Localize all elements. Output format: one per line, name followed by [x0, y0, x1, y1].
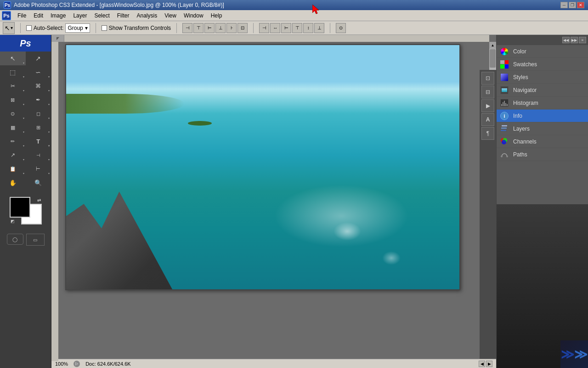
minimize-button[interactable]: ─ — [560, 2, 568, 8]
tool-row-1: ↖▾ ↗ — [0, 52, 51, 65]
info-icon: i — [499, 111, 509, 121]
tool-row-2: ⬚▾ ∽▾ — [0, 65, 51, 79]
right-panel: ◀◀ ▶▶ ≡ Color Swatches — [496, 35, 588, 368]
panel-item-layers[interactable]: Layers — [497, 122, 588, 135]
status-nav-group: ◀ ▶ — [479, 361, 492, 367]
foreground-color-swatch[interactable] — [10, 197, 30, 218]
panel-item-navigator[interactable]: Navigator — [497, 84, 588, 97]
clone-tool[interactable]: ✒▾ — [26, 93, 51, 107]
auto-select-checkbox[interactable] — [26, 25, 32, 31]
panel-item-paths[interactable]: Paths — [497, 148, 588, 161]
panel-expand-btn[interactable]: ▶▶ — [571, 37, 578, 43]
panel-item-histogram[interactable]: Histogram — [497, 97, 588, 109]
group-dropdown[interactable]: Group ▾ — [65, 23, 90, 33]
restore-button[interactable]: ❐ — [569, 2, 576, 8]
land-decoration — [66, 94, 184, 113]
pen-tool[interactable]: ✏▾ — [0, 134, 26, 148]
menu-layer[interactable]: Layer — [69, 12, 90, 20]
menu-analysis[interactable]: Analysis — [133, 12, 161, 20]
dodge-tool[interactable]: ⊞▾ — [26, 121, 51, 134]
mini-tool-4[interactable]: A — [481, 113, 494, 126]
notes-tool[interactable]: 📋▾ — [0, 162, 26, 176]
island-decoration — [188, 121, 211, 126]
horizontal-ruler: ◤ — [51, 35, 489, 42]
menu-help[interactable]: Help — [207, 12, 226, 20]
hand-tool[interactable]: ✋ — [0, 176, 26, 190]
menu-image[interactable]: Image — [47, 12, 69, 20]
shape-tool[interactable]: ⊣▾ — [26, 148, 51, 162]
nav-prev-btn[interactable]: ◀ — [479, 361, 485, 367]
menu-view[interactable]: View — [161, 12, 180, 20]
type-tool[interactable]: T▾ — [26, 134, 51, 148]
dist-top-btn[interactable]: ⊤ — [292, 23, 302, 33]
channels-icon — [499, 137, 509, 147]
menu-window[interactable]: Window — [180, 12, 207, 20]
crop-tool[interactable]: ✂▾ — [0, 79, 26, 93]
gradient-tool[interactable]: ▦▾ — [0, 121, 26, 134]
show-transform-checkbox[interactable] — [102, 25, 107, 31]
menu-edit[interactable]: Edit — [30, 12, 47, 20]
mini-tool-1[interactable]: ⊡ — [481, 72, 494, 85]
swap-colors-btn[interactable]: ⇄ — [37, 198, 41, 203]
rocks-decoration — [66, 167, 243, 290]
dist-bottom-btn[interactable]: ⊥ — [314, 23, 324, 33]
measure-tool[interactable]: ⊢▾ — [26, 162, 51, 176]
auto-select-label: Auto-Select: — [34, 25, 63, 31]
layers-label: Layers — [513, 126, 585, 132]
lasso-tool[interactable]: ∽▾ — [26, 65, 51, 79]
separator-2 — [96, 23, 96, 33]
auto-select-group: Auto-Select: Group ▾ — [26, 23, 90, 33]
separator-3 — [176, 23, 177, 33]
status-info-icon[interactable]: ▷ — [74, 361, 80, 367]
align-bottom-btn[interactable]: ⊡ — [237, 23, 248, 33]
align-left-btn[interactable]: ⊣ — [182, 23, 192, 33]
ruler-corner[interactable]: ◤ — [51, 35, 64, 42]
nav-next-btn[interactable]: ▶ — [486, 361, 492, 367]
tool-row-6: ▦▾ ⊞▾ — [0, 121, 51, 134]
histogram-label: Histogram — [513, 100, 585, 106]
mini-tool-5[interactable]: ¶ — [481, 127, 494, 140]
zoom-tool[interactable]: 🔍 — [26, 176, 51, 190]
close-button[interactable]: ✕ — [577, 2, 584, 8]
scroll-up-btn[interactable]: ▲ — [489, 42, 496, 49]
dist-center-h-btn[interactable]: ↔ — [270, 23, 280, 33]
panel-item-info[interactable]: i Info — [497, 109, 588, 122]
move-tool-icon[interactable]: ↖ ▾ — [3, 22, 15, 34]
reset-colors-btn[interactable]: ◩ — [11, 219, 15, 224]
align-center-h-btn[interactable]: ⊤ — [193, 23, 204, 33]
dist-left-btn[interactable]: ⊣ — [259, 23, 269, 33]
dist-middle-v-btn[interactable]: ↕ — [303, 23, 313, 33]
doc-size: Doc: 624.6K/624.6K — [85, 361, 130, 367]
auto-align-btn[interactable]: ⊙ — [336, 23, 346, 33]
panel-item-styles[interactable]: Styles — [497, 71, 588, 84]
eyedropper-tool[interactable]: ⌘▾ — [26, 79, 51, 93]
path-select-tool[interactable]: ↗▾ — [0, 148, 26, 162]
eraser-tool[interactable]: ◻▾ — [26, 107, 51, 121]
align-top-btn[interactable]: ⊥ — [215, 23, 226, 33]
show-transform-label: Show Transform Controls — [109, 25, 171, 31]
scroll-thumb-v[interactable] — [490, 49, 496, 68]
marquee-tool[interactable]: ⬚▾ — [0, 65, 26, 79]
panel-collapse-btn[interactable]: ◀◀ — [562, 37, 570, 43]
canvas-area: ◤ ▲ ▼ ◀ — [51, 35, 496, 368]
menu-select[interactable]: Select — [90, 12, 113, 20]
align-middle-v-btn[interactable]: ⊦ — [226, 23, 237, 33]
menu-filter[interactable]: Filter — [113, 12, 133, 20]
distribute-icons-group: ⊣ ↔ ⊢ ⊤ ↕ ⊥ — [259, 23, 324, 33]
selection-tool[interactable]: ↗ — [26, 52, 51, 65]
history-tool[interactable]: ⊙▾ — [0, 107, 26, 121]
screen-mode-btn[interactable]: ▭ — [26, 234, 45, 246]
dist-right-btn[interactable]: ⊢ — [281, 23, 291, 33]
color-picker-area[interactable]: ⇄ ◩ — [10, 197, 42, 224]
mini-tool-2[interactable]: ⊟ — [481, 86, 494, 98]
panel-item-channels[interactable]: Channels — [497, 135, 588, 148]
menu-file[interactable]: File — [14, 12, 30, 20]
move-tool[interactable]: ↖▾ — [0, 52, 26, 65]
quick-mask-btn[interactable]: ◯ — [7, 234, 23, 245]
patch-tool[interactable]: ⊠▾ — [0, 93, 26, 107]
panel-item-swatches[interactable]: Swatches — [497, 58, 588, 71]
mini-tool-3[interactable]: ▶ — [481, 99, 494, 112]
panel-item-color[interactable]: Color — [497, 45, 588, 58]
align-right-btn[interactable]: ⊢ — [204, 23, 215, 33]
panel-menu-btn[interactable]: ≡ — [579, 37, 586, 43]
